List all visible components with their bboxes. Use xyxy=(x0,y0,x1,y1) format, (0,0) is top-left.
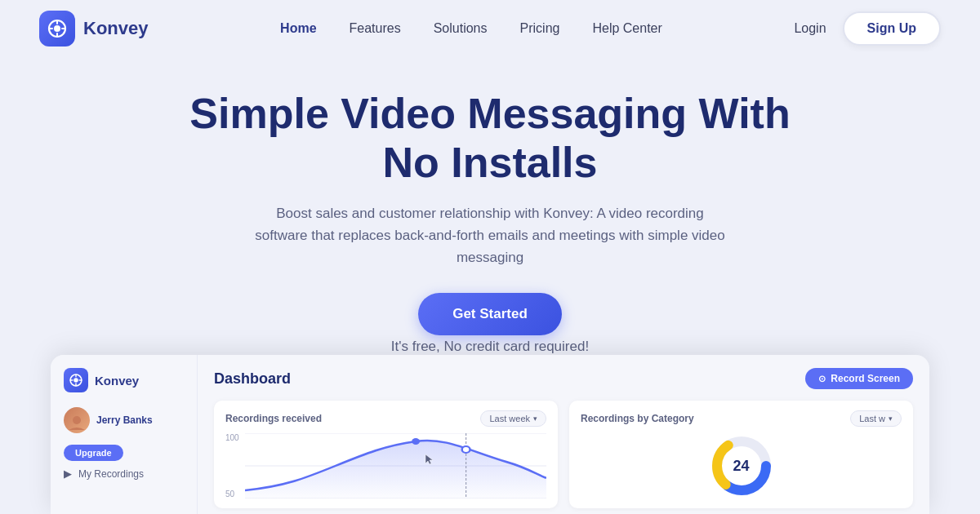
signup-button[interactable]: Sign Up xyxy=(843,11,941,46)
nav-home[interactable]: Home xyxy=(280,21,316,35)
chevron-down-icon: ▾ xyxy=(533,414,537,423)
chevron-down-icon-2: ▾ xyxy=(889,414,893,423)
dash-header: Dashboard ⊙ Record Screen xyxy=(214,368,913,389)
nav-solutions[interactable]: Solutions xyxy=(434,21,488,35)
svg-point-12 xyxy=(73,416,81,424)
card2-filter-label: Last w xyxy=(859,414,885,423)
brand-name: Konvey xyxy=(83,18,148,39)
dashboard-cards: Recordings received Last week ▾ 100 50 xyxy=(214,401,913,508)
card1-filter-label: Last week xyxy=(489,414,530,423)
svg-point-7 xyxy=(74,378,78,383)
login-button[interactable]: Login xyxy=(794,21,826,36)
nav-help-center[interactable]: Help Center xyxy=(592,21,662,35)
nav-features[interactable]: Features xyxy=(350,21,401,35)
nav-actions: Login Sign Up xyxy=(794,11,941,46)
card2-title: Recordings by Category xyxy=(581,413,694,424)
dashboard-preview: Konvey Jerry Banks Upgrade ▶ My Recordin… xyxy=(51,355,929,514)
record-screen-button[interactable]: ⊙ Record Screen xyxy=(805,368,913,389)
recordings-received-card: Recordings received Last week ▾ 100 50 xyxy=(214,401,558,508)
dash-logo-icon xyxy=(64,368,88,392)
nav-pricing[interactable]: Pricing xyxy=(520,21,560,35)
cursor-icon xyxy=(425,454,434,465)
line-chart: 100 50 xyxy=(225,433,546,498)
nav-links: Home Features Solutions Pricing Help Cen… xyxy=(280,21,662,36)
record-screen-label: Record Screen xyxy=(831,373,900,384)
dash-user: Jerry Banks xyxy=(64,407,184,433)
dash-brand-name: Konvey xyxy=(95,374,139,388)
y-label-100: 100 xyxy=(225,433,245,442)
donut-number: 24 xyxy=(733,458,749,475)
logo-icon xyxy=(39,11,75,47)
y-axis: 100 50 xyxy=(225,433,245,498)
donut-chart: 24 xyxy=(581,433,902,498)
card2-filter[interactable]: Last w ▾ xyxy=(850,410,902,427)
hero-subtext: Boost sales and customer relationship wi… xyxy=(253,202,727,269)
hero-section: Simple Video Messaging With No Installs … xyxy=(0,57,980,398)
dashboard-main: Dashboard ⊙ Record Screen Recordings rec… xyxy=(198,355,929,514)
record-icon: ⊙ xyxy=(818,374,826,384)
logo[interactable]: Konvey xyxy=(39,11,148,47)
avatar xyxy=(64,407,90,433)
play-icon: ▶ xyxy=(64,467,72,480)
y-label-50: 50 xyxy=(225,490,245,498)
svg-point-1 xyxy=(54,25,60,32)
my-recordings-label: My Recordings xyxy=(78,468,144,480)
svg-point-18 xyxy=(462,446,470,453)
dashboard-sidebar: Konvey Jerry Banks Upgrade ▶ My Recordin… xyxy=(51,355,198,514)
navbar: Konvey Home Features Solutions Pricing H… xyxy=(0,0,980,57)
chart-area xyxy=(245,433,546,498)
dash-user-name: Jerry Banks xyxy=(96,414,153,426)
recordings-by-category-card: Recordings by Category Last w ▾ xyxy=(569,401,913,508)
dash-logo: Konvey xyxy=(64,368,184,392)
card1-filter[interactable]: Last week ▾ xyxy=(480,410,546,427)
hero-headline: Simple Video Messaging With No Installs xyxy=(184,90,796,188)
dashboard-title: Dashboard xyxy=(214,370,291,388)
svg-point-16 xyxy=(412,438,420,445)
card1-title: Recordings received xyxy=(225,413,322,424)
dash-my-recordings[interactable]: ▶ My Recordings xyxy=(64,461,184,486)
cta-button[interactable]: Get Started xyxy=(418,293,562,335)
dash-upgrade-button[interactable]: Upgrade xyxy=(64,445,123,461)
